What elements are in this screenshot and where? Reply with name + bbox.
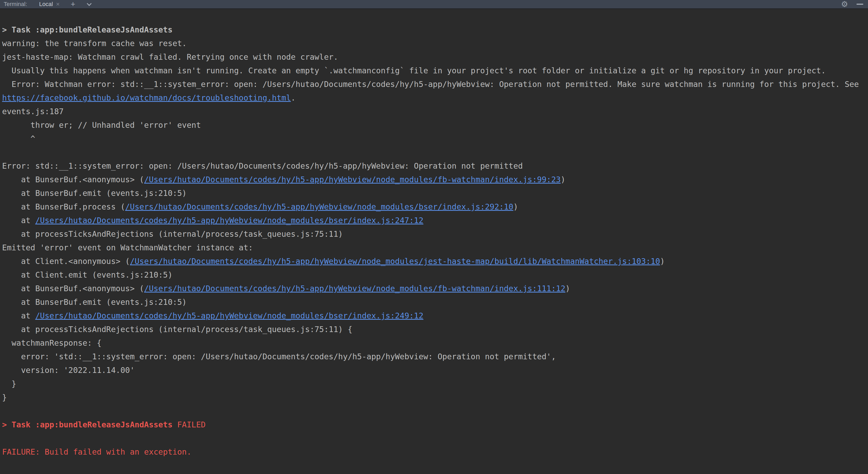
terminal-text: } [2,379,16,388]
terminal-text: at processTicksAndRejections (internal/p… [2,229,343,239]
terminal-line: warning: the transform cache was reset. [2,37,868,50]
terminal-output[interactable]: > Task :app:bundleReleaseJsAndAssetswarn… [0,9,868,459]
terminal-line: at BunserBuf.emit (events.js:210:5) [2,187,868,200]
file-link[interactable]: /Users/hutao/Documents/codes/hy/h5-app/h… [144,175,561,184]
terminal-line: Error: Watchman error: std::__1::system_… [2,77,868,91]
file-link[interactable]: /Users/hutao/Documents/codes/hy/h5-app/h… [35,311,423,320]
terminal-text: ) [565,284,570,293]
terminal-text: Usually this happens when watchman isn't… [2,66,826,75]
terminal-text: at BunserBuf.process ( [2,202,125,211]
terminal-line: https://facebook.github.io/watchman/docs… [2,91,868,105]
terminal-line: at processTicksAndRejections (internal/p… [2,323,868,336]
terminal-text: > Task :app:bundleReleaseJsAndAssets [2,420,173,429]
url-link[interactable]: https://facebook.github.io/watchman/docs… [2,93,291,102]
terminal-header: Terminal: Local × + ⚙ [0,0,868,9]
file-link[interactable]: /Users/hutao/Documents/codes/hy/h5-app/h… [130,257,660,266]
terminal-line: > Task :app:bundleReleaseJsAndAssets FAI… [2,418,868,432]
terminal-text: Error: Watchman error: std::__1::system_… [2,79,859,89]
new-session-icon[interactable]: + [71,0,75,8]
terminal-text: at BunserBuf.emit (events.js:210:5) [2,298,187,307]
terminal-text: Error: std::__1::system_error: open: /Us… [2,161,523,170]
terminal-text: at Client.<anonymous> ( [2,257,130,266]
terminal-line: Error: std::__1::system_error: open: /Us… [2,159,868,173]
gear-icon[interactable]: ⚙ [841,0,848,8]
terminal-line: throw er; // Unhandled 'error' event [2,118,868,132]
terminal-text: at [2,311,35,320]
terminal-text: at BunserBuf.<anonymous> ( [2,284,144,293]
terminal-line: at /Users/hutao/Documents/codes/hy/h5-ap… [2,309,868,323]
terminal-line: error: 'std::__1::system_error: open: /U… [2,350,868,364]
terminal-line: Usually this happens when watchman isn't… [2,64,868,77]
terminal-text: events.js:187 [2,107,64,116]
terminal-tab-label: Local [39,1,53,8]
terminal-line: at BunserBuf.emit (events.js:210:5) [2,295,868,309]
terminal-line: ^ [2,132,868,146]
terminal-line: at Client.emit (events.js:210:5) [2,268,868,282]
file-link[interactable]: /Users/hutao/Documents/codes/hy/h5-app/h… [144,284,565,293]
terminal-text: version: '2022.11.14.00' [2,366,135,375]
terminal-text: FAILURE: Build failed with an exception. [2,447,191,456]
terminal-line: at BunserBuf.<anonymous> (/Users/hutao/D… [2,173,868,187]
terminal-text: error: 'std::__1::system_error: open: /U… [2,352,556,361]
terminal-line: at BunserBuf.<anonymous> (/Users/hutao/D… [2,282,868,295]
terminal-text: ) [561,175,565,184]
terminal-text: ) [660,257,665,266]
minimize-icon[interactable] [857,4,863,5]
file-link[interactable]: /Users/hutao/Documents/codes/hy/h5-app/h… [35,216,423,225]
terminal-text: at BunserBuf.emit (events.js:210:5) [2,189,187,198]
terminal-line [2,146,868,159]
chevron-down-icon[interactable] [87,1,92,6]
terminal-text: Emitted 'error' event on WatchmanWatcher… [2,243,253,252]
terminal-text: at BunserBuf.<anonymous> ( [2,175,144,184]
terminal-text: at processTicksAndRejections (internal/p… [2,325,352,334]
terminal-line: at BunserBuf.process (/Users/hutao/Docum… [2,200,868,214]
terminal-text: FAILED [173,420,206,429]
terminal-text: } [2,393,7,402]
terminal-line [2,432,868,445]
terminal-line [2,404,868,418]
terminal-line: watchmanResponse: { [2,336,868,350]
terminal-line: at /Users/hutao/Documents/codes/hy/h5-ap… [2,214,868,227]
close-tab-icon[interactable]: × [56,1,60,7]
terminal-tab-local[interactable]: Local × [39,1,60,8]
terminal-line: events.js:187 [2,105,868,118]
terminal-line: jest-haste-map: Watchman crawl failed. R… [2,50,868,64]
terminal-text: at [2,216,35,225]
terminal-line: Emitted 'error' event on WatchmanWatcher… [2,241,868,255]
terminal-header-label: Terminal: [4,1,27,8]
terminal-line: at Client.<anonymous> (/Users/hutao/Docu… [2,255,868,268]
terminal-text: > Task :app:bundleReleaseJsAndAssets [2,25,173,34]
terminal-line: FAILURE: Build failed with an exception. [2,445,868,459]
terminal-line: version: '2022.11.14.00' [2,364,868,377]
terminal-text: throw er; // Unhandled 'error' event [2,121,201,130]
terminal-line: > Task :app:bundleReleaseJsAndAssets [2,23,868,37]
terminal-text: watchmanResponse: { [2,338,101,347]
terminal-text: at Client.emit (events.js:210:5) [2,270,173,279]
terminal-line: at processTicksAndRejections (internal/p… [2,227,868,241]
terminal-line: } [2,377,868,391]
terminal-text: warning: the transform cache was reset. [2,39,187,48]
terminal-text: jest-haste-map: Watchman crawl failed. R… [2,53,338,62]
file-link[interactable]: /Users/hutao/Documents/codes/hy/h5-app/h… [125,202,514,211]
terminal-line: } [2,391,868,404]
terminal-text: . [291,93,296,102]
terminal-text: ^ [2,134,35,143]
terminal-text: ) [514,202,518,211]
